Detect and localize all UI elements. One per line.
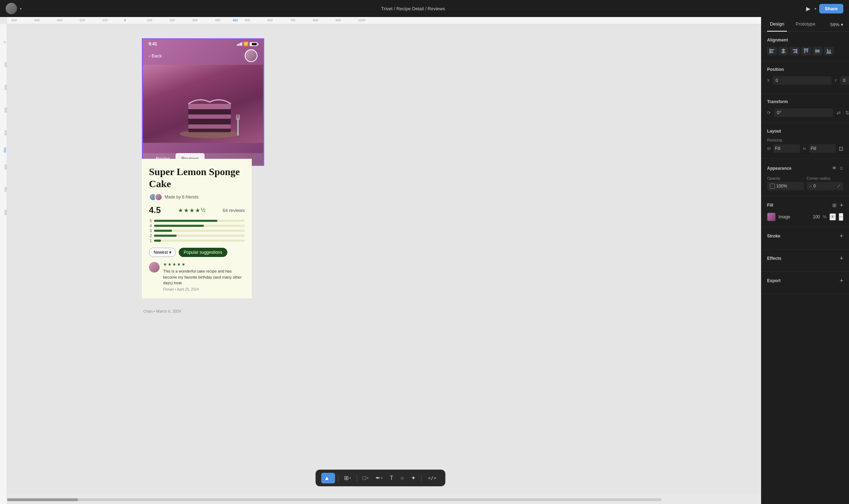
rating-bars: 5 4 3 xyxy=(149,219,245,243)
bar-row-4: 4 xyxy=(149,224,245,228)
text-tool-button[interactable]: T xyxy=(387,473,396,483)
export-header: Export + xyxy=(767,278,843,284)
reviewer-avatar xyxy=(149,262,160,273)
layout-settings-button[interactable]: ⊡ xyxy=(839,144,843,153)
effects-add-button[interactable]: + xyxy=(839,255,843,262)
code-button[interactable]: </> xyxy=(424,473,440,483)
y-input[interactable] xyxy=(840,76,849,85)
ruler-mark-neg400: -400 xyxy=(33,18,40,22)
corner-label: Corner radius xyxy=(807,176,844,180)
corner-col: Corner radius ⌐ ⤢ xyxy=(807,176,844,190)
align-right-button[interactable] xyxy=(790,47,800,55)
align-bottom-button[interactable] xyxy=(824,47,834,55)
bar-label-4: 4 xyxy=(149,224,152,228)
export-title: Export xyxy=(767,278,781,283)
ai-tool-button[interactable]: ✦ xyxy=(408,472,418,483)
export-add-button[interactable]: + xyxy=(839,278,843,284)
user-profile-avatar[interactable] xyxy=(245,49,257,62)
tab-prototype[interactable]: Prototype xyxy=(793,17,818,32)
share-button[interactable]: Share xyxy=(819,4,843,13)
svg-rect-16 xyxy=(783,49,784,54)
wifi-icon: 🛜 xyxy=(243,41,249,46)
star-1: ★ xyxy=(178,207,183,214)
flip-v-button[interactable]: ⇅ xyxy=(844,109,849,116)
star-3: ★ xyxy=(189,207,194,214)
fill-add-button[interactable]: + xyxy=(839,202,843,208)
back-button[interactable]: ‹ Back xyxy=(149,53,162,58)
tab-design[interactable]: Design xyxy=(767,17,787,32)
svg-rect-10 xyxy=(770,51,773,51)
bottom-toolbar: ▲ ▾ ⊞ ▾ □ ▾ ✒ ▾ T ○ ✦ xyxy=(316,470,445,486)
bubble-tool-button[interactable]: ○ xyxy=(398,473,407,483)
rating-row: 4.5 ★ ★ ★ ★ ½ 64 reviews xyxy=(149,205,245,215)
canvas-area[interactable]: -500 -400 -300 -200 -100 0 100 200 300 4… xyxy=(0,17,761,504)
corner-expand-button[interactable]: ⤢ xyxy=(837,184,840,189)
avatar-chevron-icon[interactable]: ▾ xyxy=(20,7,22,11)
zoom-value: 59% xyxy=(830,22,839,27)
ruler-mark-900: 900 xyxy=(335,18,341,22)
flip-h-button[interactable]: ⇄ xyxy=(836,109,842,116)
opacity-col: Opacity xyxy=(767,176,804,190)
appearance-eye-button[interactable]: 👁 xyxy=(832,166,837,171)
phone-frame[interactable]: 9:41 🛜 xyxy=(142,38,264,166)
svg-rect-22 xyxy=(806,49,806,52)
canvas-scrollbar[interactable] xyxy=(7,498,662,501)
popular-suggestions-button[interactable]: Popular suggestions xyxy=(179,248,227,257)
fill-row: Image 100 % 👁 − xyxy=(767,213,843,221)
alignment-buttons xyxy=(767,47,843,55)
back-label: Back xyxy=(151,53,162,58)
fill-remove-button[interactable]: − xyxy=(839,213,843,221)
align-middle-icon xyxy=(815,49,820,54)
status-icons: 🛜 xyxy=(237,41,257,46)
align-center-h-button[interactable] xyxy=(778,47,788,55)
review-star-1: ★ xyxy=(163,262,167,267)
bar-label-2: 2 xyxy=(149,234,152,238)
angle-icon: ⟳ xyxy=(767,110,773,115)
zoom-selector[interactable]: 59% ▾ xyxy=(830,22,843,27)
scrollbar-thumb[interactable] xyxy=(7,498,78,501)
svg-rect-5 xyxy=(237,118,239,136)
height-select[interactable]: Fill Fixed Hug xyxy=(809,144,836,153)
bar1 xyxy=(237,44,238,46)
review-star-2: ★ xyxy=(168,262,172,267)
x-input[interactable] xyxy=(773,76,832,85)
main-layout: -500 -400 -300 -200 -100 0 100 200 300 4… xyxy=(0,17,849,504)
y-label: Y xyxy=(834,78,839,83)
bar-track-3 xyxy=(154,230,245,232)
user-avatar-button[interactable] xyxy=(6,3,17,14)
corner-input[interactable] xyxy=(814,184,836,189)
fill-eye-button[interactable]: 👁 xyxy=(829,213,836,220)
frame-tool-button[interactable]: ⊞ ▾ xyxy=(341,472,354,483)
rect-tool-button[interactable]: □ ▾ xyxy=(360,473,372,483)
fill-swatch[interactable] xyxy=(767,213,776,221)
play-button[interactable]: ▶ xyxy=(805,4,812,13)
recipe-title: Super Lemon Sponge Cake xyxy=(149,166,245,190)
vruler-600: 600 xyxy=(4,164,7,169)
opacity-label: Opacity xyxy=(767,176,804,180)
corner-icon: ⌐ xyxy=(810,184,812,189)
toolbar-divider-3 xyxy=(421,475,422,482)
ruler-mark-neg300: -300 xyxy=(56,18,62,22)
pointer-tool-button[interactable]: ▲ ▾ xyxy=(321,473,335,483)
pen-tool-button[interactable]: ✒ ▾ xyxy=(373,472,385,483)
align-middle-button[interactable] xyxy=(812,47,822,55)
rect-icon: □ xyxy=(363,475,366,481)
made-by-row: Made by 8 friends xyxy=(149,193,245,201)
width-select[interactable]: Fill Fixed Hug xyxy=(773,144,800,153)
appearance-circle-button[interactable]: ○ xyxy=(839,164,843,172)
stroke-add-button[interactable]: + xyxy=(839,233,843,239)
width-label: W xyxy=(767,146,772,151)
play-chevron-icon[interactable]: ▾ xyxy=(815,7,816,11)
angle-input[interactable] xyxy=(774,108,833,117)
fill-grid-button[interactable]: ⊞ xyxy=(832,202,837,208)
newest-filter-button[interactable]: Newest ▾ xyxy=(149,248,176,257)
align-top-button[interactable] xyxy=(801,47,811,55)
fill-header-buttons: ⊞ + xyxy=(832,202,843,208)
svg-rect-17 xyxy=(793,49,797,50)
opacity-input[interactable] xyxy=(776,184,801,189)
layout-title: Layout xyxy=(767,129,843,134)
align-left-button[interactable] xyxy=(767,47,777,55)
cake-image xyxy=(143,65,263,143)
canvas-background[interactable]: 9:41 🛜 xyxy=(7,24,761,493)
bar-row-1: 1 xyxy=(149,239,245,243)
